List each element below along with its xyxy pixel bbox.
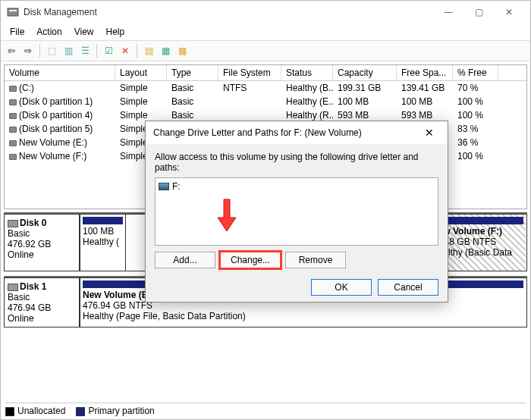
volume-icon	[9, 154, 17, 160]
table-header: Volume Layout Type File System Status Ca…	[5, 65, 526, 81]
minimize-button[interactable]: —	[433, 1, 463, 24]
volume-icon	[9, 140, 17, 146]
disk-icon	[8, 220, 18, 227]
menu-help[interactable]: Help	[100, 25, 131, 39]
list-item[interactable]: F:	[159, 181, 435, 192]
ok-button[interactable]: OK	[311, 279, 372, 296]
legend-primary: Primary partition	[88, 406, 154, 416]
close-button[interactable]: ✕	[494, 1, 524, 24]
toolbar-divider	[137, 44, 137, 58]
forward-icon[interactable]: ⇨	[20, 43, 36, 58]
volume-icon	[9, 113, 17, 119]
cancel-button[interactable]: Cancel	[378, 279, 438, 296]
volume-icon	[9, 127, 17, 133]
table-row[interactable]: (Disk 0 partition 1)SimpleBasicHealthy (…	[5, 95, 526, 108]
partition[interactable]: 100 MBHealthy (	[80, 215, 125, 271]
toolbar-divider	[39, 44, 40, 58]
header-free[interactable]: Free Spa...	[397, 65, 453, 80]
header-type[interactable]: Type	[167, 65, 218, 80]
window-title: Disk Management	[24, 7, 433, 17]
volume-icon	[9, 99, 17, 105]
maximize-button[interactable]: ▢	[463, 1, 494, 24]
titlebar: Disk Management — ▢ ✕	[1, 1, 530, 24]
header-layout[interactable]: Layout	[115, 65, 167, 80]
toolbar-divider	[96, 44, 97, 58]
legend-unallocated: Unallocated	[17, 406, 65, 416]
app-icon	[7, 6, 19, 18]
header-status[interactable]: Status	[281, 65, 333, 80]
list-item-label: F:	[172, 181, 181, 192]
table-row[interactable]: (C:)SimpleBasicNTFSHealthy (B...199.31 G…	[5, 81, 526, 95]
properties-icon[interactable]: ▥	[61, 43, 76, 58]
up-icon[interactable]: ⬚	[44, 43, 59, 58]
tool-icon[interactable]: ▩	[174, 43, 190, 58]
tool-icon[interactable]: ▦	[158, 43, 173, 58]
toolbar: ⇦ ⇨ ⬚ ▥ ☰ ☑ ✕ ▤ ▦ ▩	[1, 40, 530, 61]
change-drive-letter-dialog: Change Drive Letter and Paths for F: (Ne…	[145, 121, 448, 302]
drive-icon	[159, 183, 169, 190]
dialog-close-button[interactable]: ✕	[419, 127, 440, 139]
change-button[interactable]: Change...	[220, 252, 281, 268]
list-icon[interactable]: ☰	[77, 43, 93, 58]
legend: Unallocated Primary partition	[5, 403, 526, 416]
menu-view[interactable]: View	[68, 25, 100, 39]
disk-header[interactable]: Disk 0Basic476.92 GBOnline	[4, 214, 80, 271]
refresh-icon[interactable]: ☑	[101, 43, 116, 58]
disk-header[interactable]: Disk 1Basic476.94 GBOnline	[4, 277, 80, 328]
remove-button[interactable]: Remove	[285, 252, 346, 268]
disk-icon	[8, 284, 18, 291]
dialog-description: Allow access to this volume by using the…	[155, 152, 438, 173]
dialog-title: Change Drive Letter and Paths for F: (Ne…	[153, 127, 419, 138]
menubar: File Action View Help	[1, 24, 530, 40]
tool-icon[interactable]: ▤	[141, 43, 156, 58]
add-button[interactable]: Add...	[155, 252, 215, 268]
menu-file[interactable]: File	[4, 25, 30, 39]
svg-rect-1	[9, 10, 17, 11]
paths-listbox[interactable]: F:	[155, 177, 438, 246]
header-volume[interactable]: Volume	[5, 65, 115, 80]
delete-icon[interactable]: ✕	[118, 43, 133, 58]
header-percent-free[interactable]: % Free	[453, 65, 498, 80]
header-filesystem[interactable]: File System	[218, 65, 281, 80]
menu-action[interactable]: Action	[30, 25, 68, 39]
svg-rect-0	[8, 8, 18, 16]
header-capacity[interactable]: Capacity	[333, 65, 397, 80]
back-icon[interactable]: ⇦	[4, 43, 19, 58]
volume-icon	[9, 86, 17, 92]
